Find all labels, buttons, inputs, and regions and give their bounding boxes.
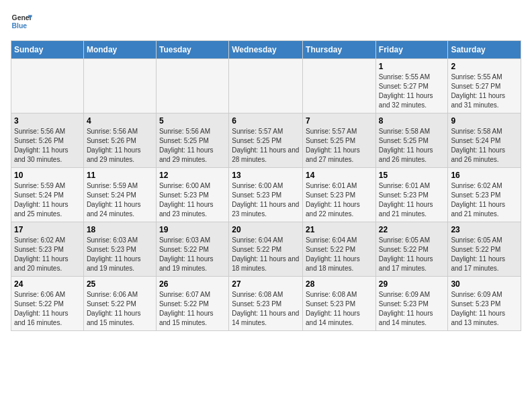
day-info: Sunrise: 5:57 AM Sunset: 5:25 PM Dayligh… xyxy=(232,127,300,165)
day-number: 8 xyxy=(379,116,445,126)
logo: General Blue xyxy=(11,11,32,32)
day-info: Sunrise: 6:00 AM Sunset: 5:23 PM Dayligh… xyxy=(232,181,300,219)
weekday-header-tuesday: Tuesday xyxy=(156,41,228,59)
logo-icon: General Blue xyxy=(11,11,32,32)
calendar-week-2: 10Sunrise: 5:59 AM Sunset: 5:24 PM Dayli… xyxy=(11,168,521,222)
calendar-table: SundayMondayTuesdayWednesdayThursdayFrid… xyxy=(11,40,521,331)
day-number: 20 xyxy=(232,225,300,234)
day-number: 30 xyxy=(451,279,518,289)
day-info: Sunrise: 6:09 AM Sunset: 5:23 PM Dayligh… xyxy=(379,290,445,328)
day-number: 24 xyxy=(14,279,81,289)
day-info: Sunrise: 6:07 AM Sunset: 5:22 PM Dayligh… xyxy=(159,290,226,328)
calendar-cell xyxy=(83,59,156,113)
calendar-week-0: 1Sunrise: 5:55 AM Sunset: 5:27 PM Daylig… xyxy=(11,59,521,113)
day-number: 26 xyxy=(159,279,226,289)
calendar-cell: 14Sunrise: 6:01 AM Sunset: 5:23 PM Dayli… xyxy=(303,168,376,222)
day-number: 15 xyxy=(379,171,445,180)
day-info: Sunrise: 6:03 AM Sunset: 5:23 PM Dayligh… xyxy=(87,236,153,273)
day-info: Sunrise: 6:01 AM Sunset: 5:23 PM Dayligh… xyxy=(306,181,373,219)
day-info: Sunrise: 5:59 AM Sunset: 5:24 PM Dayligh… xyxy=(14,181,81,219)
calendar-cell: 19Sunrise: 6:03 AM Sunset: 5:22 PM Dayli… xyxy=(156,222,228,277)
day-info: Sunrise: 5:57 AM Sunset: 5:25 PM Dayligh… xyxy=(306,127,373,165)
calendar-cell: 1Sunrise: 5:55 AM Sunset: 5:27 PM Daylig… xyxy=(375,59,448,113)
day-number: 28 xyxy=(306,279,373,289)
day-number: 21 xyxy=(306,225,373,234)
calendar-week-4: 24Sunrise: 6:06 AM Sunset: 5:22 PM Dayli… xyxy=(11,277,521,331)
calendar-cell: 21Sunrise: 6:04 AM Sunset: 5:22 PM Dayli… xyxy=(303,222,376,277)
day-info: Sunrise: 5:56 AM Sunset: 5:26 PM Dayligh… xyxy=(87,127,153,165)
day-number: 25 xyxy=(87,279,153,289)
calendar-cell: 16Sunrise: 6:02 AM Sunset: 5:23 PM Dayli… xyxy=(448,168,521,222)
calendar-cell: 8Sunrise: 5:58 AM Sunset: 5:25 PM Daylig… xyxy=(375,113,448,168)
calendar-cell xyxy=(303,59,376,113)
svg-text:Blue: Blue xyxy=(12,22,28,30)
calendar-cell: 22Sunrise: 6:05 AM Sunset: 5:22 PM Dayli… xyxy=(375,222,448,277)
day-number: 18 xyxy=(87,225,153,234)
day-info: Sunrise: 6:08 AM Sunset: 5:23 PM Dayligh… xyxy=(232,290,300,328)
calendar-cell: 9Sunrise: 5:58 AM Sunset: 5:24 PM Daylig… xyxy=(448,113,521,168)
day-info: Sunrise: 5:58 AM Sunset: 5:24 PM Dayligh… xyxy=(451,127,518,165)
calendar-week-1: 3Sunrise: 5:56 AM Sunset: 5:26 PM Daylig… xyxy=(11,113,521,168)
day-number: 13 xyxy=(232,171,300,180)
calendar-cell: 4Sunrise: 5:56 AM Sunset: 5:26 PM Daylig… xyxy=(83,113,156,168)
calendar-cell: 18Sunrise: 6:03 AM Sunset: 5:23 PM Dayli… xyxy=(83,222,156,277)
day-info: Sunrise: 5:55 AM Sunset: 5:27 PM Dayligh… xyxy=(379,73,445,110)
day-info: Sunrise: 6:06 AM Sunset: 5:22 PM Dayligh… xyxy=(14,290,81,328)
day-number: 9 xyxy=(451,116,518,126)
day-info: Sunrise: 6:04 AM Sunset: 5:22 PM Dayligh… xyxy=(232,236,300,273)
day-info: Sunrise: 6:05 AM Sunset: 5:22 PM Dayligh… xyxy=(379,236,445,273)
day-info: Sunrise: 5:58 AM Sunset: 5:25 PM Dayligh… xyxy=(379,127,445,165)
day-number: 6 xyxy=(232,116,300,126)
day-number: 17 xyxy=(14,225,81,234)
day-number: 12 xyxy=(159,171,226,180)
day-number: 5 xyxy=(159,116,226,126)
day-info: Sunrise: 6:08 AM Sunset: 5:23 PM Dayligh… xyxy=(306,290,373,328)
day-info: Sunrise: 6:05 AM Sunset: 5:22 PM Dayligh… xyxy=(451,236,518,273)
calendar-cell: 5Sunrise: 5:56 AM Sunset: 5:25 PM Daylig… xyxy=(156,113,228,168)
calendar-cell xyxy=(11,59,84,113)
day-number: 2 xyxy=(451,62,518,71)
day-number: 14 xyxy=(306,171,373,180)
calendar-cell: 12Sunrise: 6:00 AM Sunset: 5:23 PM Dayli… xyxy=(156,168,228,222)
calendar-cell: 6Sunrise: 5:57 AM Sunset: 5:25 PM Daylig… xyxy=(229,113,303,168)
day-info: Sunrise: 6:03 AM Sunset: 5:22 PM Dayligh… xyxy=(159,236,226,273)
day-number: 3 xyxy=(14,116,81,126)
calendar-cell: 17Sunrise: 6:02 AM Sunset: 5:23 PM Dayli… xyxy=(11,222,84,277)
calendar-cell: 30Sunrise: 6:09 AM Sunset: 5:23 PM Dayli… xyxy=(448,277,521,331)
day-info: Sunrise: 6:06 AM Sunset: 5:22 PM Dayligh… xyxy=(87,290,153,328)
calendar-cell: 23Sunrise: 6:05 AM Sunset: 5:22 PM Dayli… xyxy=(448,222,521,277)
calendar-cell xyxy=(229,59,303,113)
day-number: 10 xyxy=(14,171,81,180)
day-number: 7 xyxy=(306,116,373,126)
day-number: 4 xyxy=(87,116,153,126)
day-number: 19 xyxy=(159,225,226,234)
day-info: Sunrise: 6:01 AM Sunset: 5:23 PM Dayligh… xyxy=(379,181,445,219)
day-number: 23 xyxy=(451,225,518,234)
day-info: Sunrise: 6:09 AM Sunset: 5:23 PM Dayligh… xyxy=(451,290,518,328)
weekday-header-row: SundayMondayTuesdayWednesdayThursdayFrid… xyxy=(11,41,521,59)
day-number: 11 xyxy=(87,171,153,180)
day-number: 29 xyxy=(379,279,445,289)
day-info: Sunrise: 6:02 AM Sunset: 5:23 PM Dayligh… xyxy=(451,181,518,219)
day-number: 27 xyxy=(232,279,300,289)
calendar-cell: 2Sunrise: 5:55 AM Sunset: 5:27 PM Daylig… xyxy=(448,59,521,113)
calendar-cell: 13Sunrise: 6:00 AM Sunset: 5:23 PM Dayli… xyxy=(229,168,303,222)
weekday-header-friday: Friday xyxy=(375,41,448,59)
day-info: Sunrise: 6:02 AM Sunset: 5:23 PM Dayligh… xyxy=(14,236,81,273)
day-info: Sunrise: 5:55 AM Sunset: 5:27 PM Dayligh… xyxy=(451,73,518,110)
calendar-cell: 7Sunrise: 5:57 AM Sunset: 5:25 PM Daylig… xyxy=(303,113,376,168)
calendar-header: SundayMondayTuesdayWednesdayThursdayFrid… xyxy=(11,41,521,59)
day-info: Sunrise: 5:56 AM Sunset: 5:25 PM Dayligh… xyxy=(159,127,226,165)
day-number: 16 xyxy=(451,171,518,180)
day-number: 22 xyxy=(379,225,445,234)
calendar-cell: 29Sunrise: 6:09 AM Sunset: 5:23 PM Dayli… xyxy=(375,277,448,331)
weekday-header-sunday: Sunday xyxy=(11,41,84,59)
calendar-cell xyxy=(156,59,228,113)
calendar-body: 1Sunrise: 5:55 AM Sunset: 5:27 PM Daylig… xyxy=(11,59,521,331)
calendar-cell: 28Sunrise: 6:08 AM Sunset: 5:23 PM Dayli… xyxy=(303,277,376,331)
calendar-cell: 11Sunrise: 5:59 AM Sunset: 5:24 PM Dayli… xyxy=(83,168,156,222)
day-info: Sunrise: 6:04 AM Sunset: 5:22 PM Dayligh… xyxy=(306,236,373,273)
calendar-cell: 10Sunrise: 5:59 AM Sunset: 5:24 PM Dayli… xyxy=(11,168,84,222)
weekday-header-monday: Monday xyxy=(83,41,156,59)
calendar-week-3: 17Sunrise: 6:02 AM Sunset: 5:23 PM Dayli… xyxy=(11,222,521,277)
